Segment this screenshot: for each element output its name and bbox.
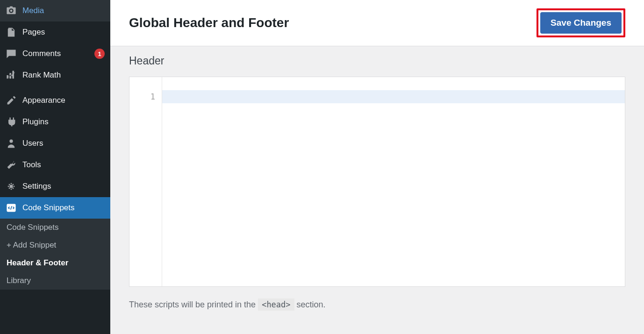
sidebar-item-pages[interactable]: Pages <box>0 21 110 43</box>
sidebar-item-appearance[interactable]: Appearance <box>0 90 110 111</box>
sidebar-item-label: Code Snippets <box>22 203 105 213</box>
submenu-code-snippets[interactable]: Code Snippets <box>0 219 110 236</box>
users-icon <box>6 138 17 149</box>
save-highlight: Save Changes <box>537 8 625 37</box>
sidebar-item-users[interactable]: Users <box>0 133 110 154</box>
pages-icon <box>6 27 17 38</box>
sidebar-item-tools[interactable]: Tools <box>0 154 110 176</box>
line-number: 1 <box>129 90 162 103</box>
comments-badge: 1 <box>94 49 105 59</box>
sidebar-item-label: Users <box>22 139 105 148</box>
page-title: Global Header and Footer <box>129 15 289 30</box>
save-button[interactable]: Save Changes <box>540 12 622 34</box>
sidebar-item-plugins[interactable]: Plugins <box>0 111 110 133</box>
tools-icon <box>6 159 17 171</box>
section-title-header: Header <box>129 55 625 67</box>
help-text-after: section. <box>294 300 326 309</box>
sidebar-item-media[interactable]: Media <box>0 0 110 21</box>
editor-gutter: 1 <box>129 77 162 286</box>
editor-content[interactable] <box>162 77 625 286</box>
plugins-icon <box>6 116 17 128</box>
submenu-header-footer[interactable]: Header & Footer <box>0 254 110 272</box>
page-body: Header 1 These scripts will be printed i… <box>110 46 644 318</box>
sidebar-item-label: Plugins <box>22 117 105 127</box>
rankmath-icon <box>6 70 17 81</box>
sidebar-item-label: Rank Math <box>22 71 105 80</box>
code-editor[interactable]: 1 <box>129 77 625 287</box>
settings-icon <box>6 181 17 192</box>
code-icon <box>6 202 17 213</box>
sidebar-item-label: Comments <box>22 49 91 58</box>
sidebar-item-label: Pages <box>22 28 105 37</box>
sidebar-item-comments[interactable]: Comments 1 <box>0 43 110 64</box>
content-area: Global Header and Footer Save Changes He… <box>110 0 644 334</box>
editor-line[interactable] <box>162 90 625 103</box>
admin-sidebar: Media Pages Comments 1 Rank Math Appeara… <box>0 0 110 334</box>
sidebar-item-label: Media <box>22 6 105 15</box>
help-text-before: These scripts will be printed in the <box>129 300 258 309</box>
sidebar-item-label: Settings <box>22 182 105 191</box>
page-header: Global Header and Footer Save Changes <box>110 0 644 46</box>
help-code: <head> <box>258 298 294 311</box>
comments-icon <box>6 48 17 59</box>
sidebar-item-settings[interactable]: Settings <box>0 176 110 197</box>
submenu-library[interactable]: Library <box>0 272 110 290</box>
sidebar-item-rankmath[interactable]: Rank Math <box>0 64 110 86</box>
help-text: These scripts will be printed in the <he… <box>129 300 625 310</box>
submenu-add-snippet[interactable]: + Add Snippet <box>0 236 110 254</box>
sidebar-item-code-snippets[interactable]: Code Snippets <box>0 197 110 219</box>
appearance-icon <box>6 95 17 106</box>
media-icon <box>6 5 17 16</box>
sidebar-item-label: Tools <box>22 160 105 170</box>
sidebar-item-label: Appearance <box>22 96 105 105</box>
svg-point-0 <box>9 185 13 188</box>
